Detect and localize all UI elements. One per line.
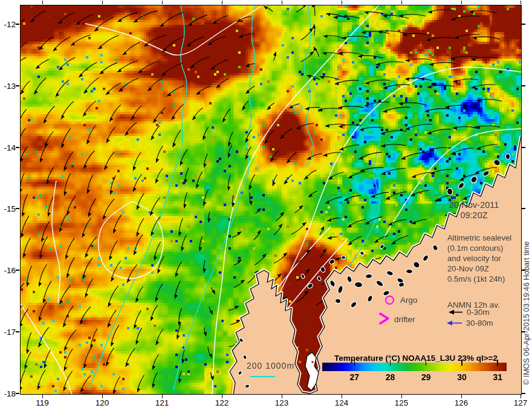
date-line: 20-Nov-2011 (442, 200, 506, 210)
x-tick-label: 127 (514, 398, 528, 407)
date-annotation: 20-Nov-2011 09:20Z (442, 200, 506, 221)
colorbar-tick-label: 28 (386, 372, 395, 382)
anmn-depth-label: 30-80m (466, 319, 493, 328)
y-tick-mark (16, 270, 19, 271)
x-tick-mark-top (162, 1, 163, 4)
colorbar-tick-mark (426, 360, 427, 366)
x-tick-mark-top (42, 1, 44, 4)
argo-label: Argo (400, 296, 418, 305)
colorbar-tick-mark (497, 360, 498, 366)
drifter-icon (378, 311, 391, 326)
y-tick-mark (16, 208, 19, 209)
y-tick-mark (16, 85, 19, 86)
blue-arrow-icon (446, 320, 463, 326)
x-tick-mark-top (222, 1, 223, 4)
y-tick-mark-right (522, 24, 525, 25)
time-line: 09:20Z (442, 210, 506, 221)
x-tick-mark (282, 395, 283, 398)
x-tick-mark (342, 395, 343, 398)
x-tick-mark-top (461, 1, 462, 4)
x-tick-mark (461, 395, 462, 398)
x-tick-mark-top (342, 1, 343, 4)
y-tick-label: -13 (0, 82, 16, 91)
x-tick-mark-top (401, 1, 403, 4)
temperature-colorbar: Temperature (°C) NOAA15_L3U 23% ql>=2 27… (322, 354, 507, 385)
y-tick-label: -12 (0, 20, 16, 29)
x-tick-label: 123 (275, 398, 289, 407)
x-tick-mark-top (521, 1, 522, 4)
x-tick-label: 120 (96, 398, 109, 407)
x-tick-label: 122 (215, 398, 229, 407)
isobath-scale-legend: 200 1000m (247, 361, 294, 371)
y-tick-mark (16, 24, 19, 25)
colorbar-tick-label: 29 (421, 372, 431, 382)
x-tick-label: 126 (455, 398, 469, 407)
isobath-scale-line (250, 376, 275, 377)
anmn-depth-label: 0-30m (467, 308, 489, 317)
y-tick-label: -18 (0, 389, 16, 398)
x-tick-mark (222, 395, 223, 398)
x-tick-label: 125 (395, 398, 409, 407)
altimetric-line: and velocity for (447, 253, 511, 264)
altimetric-annotation: Altimetric sealevel (0.1m contours) and … (447, 233, 511, 284)
x-tick-mark (102, 395, 103, 398)
colorbar-tick-mark (461, 360, 462, 366)
altimetric-line: Altimetric sealevel (447, 233, 511, 243)
y-tick-mark-right (522, 393, 525, 394)
anmn-legend-row-30-80m: 30-80m (446, 319, 493, 328)
anmn-legend-row-0-30m: 0-30m (448, 308, 489, 317)
x-tick-mark (162, 395, 163, 398)
colorbar-gradient (322, 363, 507, 371)
y-tick-mark (16, 393, 19, 394)
x-tick-mark (42, 395, 44, 398)
x-tick-mark-top (282, 1, 283, 4)
y-tick-label: -16 (0, 266, 16, 275)
imos-credit-text: © IMOS 06-Apr-2015 03:19:46 Hobart time (522, 241, 531, 385)
sst-map-page: 20-Nov-2011 09:20Z Altimetric sealevel (… (0, 0, 532, 411)
y-tick-mark-right (522, 208, 525, 209)
colorbar-tick-label: 27 (350, 372, 360, 382)
y-tick-label: -15 (0, 204, 16, 213)
isobath-scale-label: 200 1000m (247, 361, 294, 371)
x-tick-label: 119 (36, 398, 49, 407)
y-tick-mark-right (522, 270, 525, 271)
argo-float-icon (385, 296, 394, 305)
colorbar-tick-mark (390, 360, 391, 366)
colorbar-tick-label: 31 (493, 372, 502, 382)
y-tick-label: -14 (0, 143, 16, 152)
x-tick-label: 124 (335, 398, 349, 407)
x-tick-mark-top (102, 1, 103, 4)
colorbar-tick-label: 30 (457, 372, 467, 382)
colorbar-tick-mark (354, 360, 355, 366)
black-arrow-icon (448, 309, 464, 316)
y-tick-mark (16, 331, 19, 332)
y-tick-mark-right (522, 85, 525, 86)
x-tick-mark (401, 395, 403, 398)
altimetric-line: (0.1m contours) (447, 243, 511, 253)
y-tick-mark (16, 147, 19, 148)
y-tick-mark-right (522, 331, 525, 332)
altimetric-line: 20-Nov 09Z (447, 264, 511, 274)
y-tick-mark-right (522, 147, 525, 148)
drifter-label: drifter (394, 315, 415, 324)
y-tick-label: -17 (0, 328, 16, 337)
x-tick-label: 121 (155, 398, 169, 407)
x-tick-mark (521, 395, 522, 398)
altimetric-line: 0.5m/s (1kt 24h) (447, 274, 511, 284)
colorbar-title: Temperature (°C) NOAA15_L3U 23% ql>=2 (316, 354, 516, 363)
